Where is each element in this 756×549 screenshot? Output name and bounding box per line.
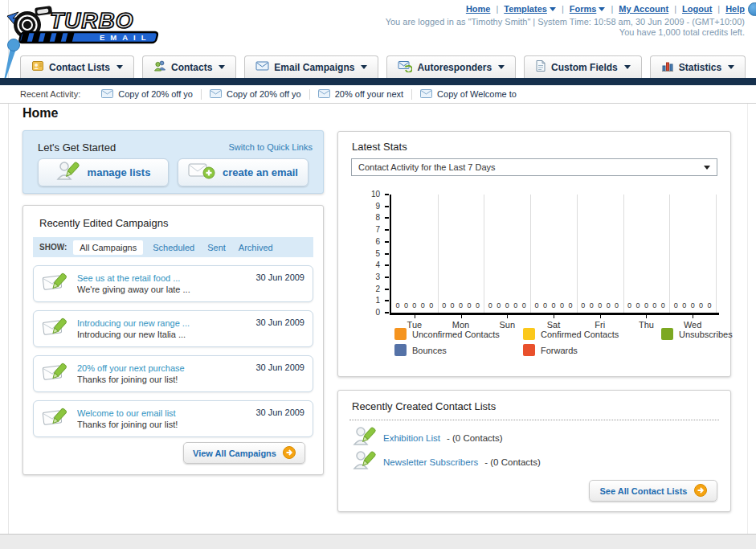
campaign-title-link[interactable]: See us at the retail food ... (77, 273, 255, 283)
filter-all-campaigns[interactable]: All Campaigns (73, 240, 143, 255)
y-axis-tick (385, 264, 389, 266)
person-pencil-icon (353, 425, 377, 451)
campaign-card[interactable]: 20% off your next purchaseThanks for joi… (33, 355, 313, 392)
campaign-card[interactable]: Welcome to our email listThanks for join… (33, 400, 313, 437)
zero-value-row: 00000 (577, 301, 623, 309)
filter-sent[interactable]: Sent (207, 243, 226, 252)
data-value-label: 0 (395, 301, 399, 309)
top-link-my-account[interactable]: My Account (619, 4, 668, 14)
get-started-panel: Let's Get Started Switch to Quick Links … (22, 130, 324, 194)
gridline (577, 195, 578, 313)
y-axis-tick-label: 7 (348, 225, 380, 234)
campaign-filters: All CampaignsScheduledSentArchived (73, 243, 285, 252)
content-right-border (747, 87, 748, 534)
chevron-down-icon (599, 7, 605, 11)
legend-label: Unconfirmed Contacts (412, 330, 500, 339)
contact-list-item[interactable]: Newsletter Subscribers- (0 Contacts) (353, 450, 541, 474)
tab-label: Custom Fields (551, 62, 618, 73)
y-axis-tick-label: 6 (348, 237, 380, 246)
gridline (716, 195, 717, 313)
view-all-campaigns-button[interactable]: View All Campaigns (183, 442, 305, 464)
tab-custom-fields[interactable]: Custom Fields (524, 55, 642, 78)
tab-statistics[interactable]: Statistics (650, 55, 746, 78)
login-info: You are logged in as "Timothy Smith" | S… (386, 17, 745, 27)
campaign-title-link[interactable]: Welcome to our email list (77, 408, 255, 418)
data-value-label: 0 (699, 301, 703, 309)
top-link-templates[interactable]: Templates (504, 4, 556, 14)
data-value-label: 0 (607, 301, 611, 309)
campaign-card[interactable]: Introducing our new range ...Introducing… (33, 310, 313, 347)
campaign-subtitle: Thanks for joining our list! (77, 375, 255, 384)
data-value-label: 0 (661, 301, 665, 309)
top-link-logout[interactable]: Logout (682, 4, 712, 14)
data-value-label: 0 (691, 301, 695, 309)
tab-contacts[interactable]: Contacts (142, 55, 236, 78)
campaign-card[interactable]: See us at the retail food ...We're givin… (33, 265, 313, 302)
envelope-pencil-icon (42, 360, 69, 387)
data-value-label: 0 (468, 301, 472, 309)
zero-value-row: 00000 (623, 301, 670, 309)
top-nav-links: Home|Templates|Forms|My Account|Logout|H… (466, 4, 745, 14)
campaigns-panel-title: Recently Edited Campaigns (39, 217, 168, 229)
contact-list-items: Exhibition List- (0 Contacts)Newsletter … (353, 426, 541, 474)
switch-to-quick-links-link[interactable]: Switch to Quick Links (228, 142, 313, 152)
campaign-subtitle: Thanks for joining our list! (77, 420, 255, 429)
campaign-text: Introducing our new range ...Introducing… (77, 318, 255, 339)
legend-item: Bounces (394, 344, 523, 356)
tab-label: Email Campaigns (274, 62, 354, 73)
top-link-home[interactable]: Home (466, 4, 491, 14)
legend-item: Unsubscribes (661, 328, 733, 340)
campaign-date: 30 Jun 2009 (255, 272, 304, 282)
data-value-label: 0 (535, 301, 539, 309)
gridline (438, 195, 439, 313)
credits-info: You have 1,000 total credits left. (619, 27, 745, 37)
help-bubble-icon[interactable] (748, 2, 756, 16)
data-value-label: 0 (404, 301, 408, 309)
campaign-title-link[interactable]: 20% off your next purchase (77, 363, 255, 373)
legend-swatch (394, 344, 407, 356)
recent-activity-item[interactable]: Copy of 20% off yo (202, 89, 310, 100)
email-campaigns-icon (255, 60, 269, 74)
y-axis-tick-label: 10 (348, 190, 380, 199)
data-value-label: 0 (568, 301, 572, 309)
recent-activity-item-label: Copy of 20% off yo (118, 89, 193, 99)
chevron-down-icon (498, 65, 505, 69)
data-value-label: 0 (451, 301, 455, 309)
data-value-label: 0 (522, 301, 526, 309)
contact-list-item[interactable]: Exhibition List- (0 Contacts) (353, 426, 541, 450)
get-started-title: Let's Get Started (38, 141, 116, 154)
top-link-help[interactable]: Help (725, 4, 745, 14)
recent-activity-item[interactable]: Copy of Welcome to (412, 89, 525, 100)
recent-activity-items: Copy of 20% off yoCopy of 20% off yo20% … (93, 89, 525, 100)
create-email-button[interactable]: create an email (178, 158, 309, 186)
data-value-label: 0 (581, 301, 585, 309)
link-separator: | (611, 4, 613, 14)
tab-contact-lists[interactable]: Contact Lists (20, 55, 134, 78)
campaign-title-link[interactable]: Introducing our new range ... (77, 318, 255, 328)
tab-autoresponders[interactable]: Autoresponders (386, 55, 516, 78)
contact-list-count: - (0 Contacts) (447, 433, 503, 443)
filter-archived[interactable]: Archived (239, 243, 273, 252)
see-all-contact-lists-button[interactable]: See All Contact Lists (589, 480, 717, 502)
tab-email-campaigns[interactable]: Email Campaigns (244, 55, 378, 78)
contact-list-name-link[interactable]: Exhibition List (383, 433, 440, 443)
tab-label: Contact Lists (49, 62, 110, 73)
recent-activity-item[interactable]: 20% off your next (310, 89, 412, 100)
campaign-list: See us at the retail food ...We're givin… (33, 265, 313, 445)
recent-activity-item[interactable]: Copy of 20% off yo (93, 89, 202, 100)
orange-arrow-icon (283, 446, 296, 461)
recently-created-contact-lists-panel: Recently Created Contact Lists Exhibitio… (337, 390, 731, 512)
turbo-email-logo[interactable]: TURBO EMAIL (5, 2, 194, 49)
data-value-label: 0 (682, 301, 686, 309)
top-link-forms[interactable]: Forms (570, 4, 606, 14)
zero-value-row: 00000 (669, 301, 716, 309)
stats-period-dropdown[interactable]: Contact Activity for the Last 7 Days (351, 158, 717, 176)
tab-label: Contacts (171, 62, 212, 73)
link-separator: | (562, 4, 564, 14)
filter-scheduled[interactable]: Scheduled (153, 243, 194, 252)
latest-stats-title: Latest Stats (352, 141, 407, 153)
data-value-label: 0 (652, 301, 656, 309)
contact-list-name-link[interactable]: Newsletter Subscribers (383, 457, 478, 467)
create-email-label: create an email (223, 166, 298, 178)
manage-lists-button[interactable]: manage lists (38, 158, 169, 186)
